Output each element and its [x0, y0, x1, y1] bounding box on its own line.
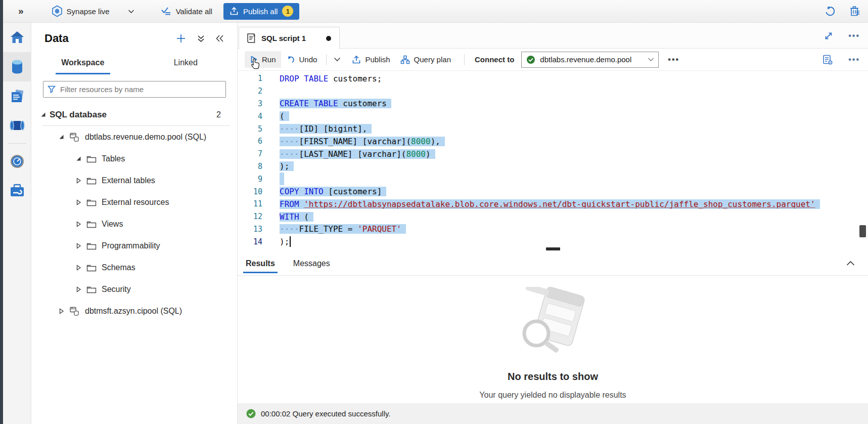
tree-item-views[interactable]: Views	[31, 213, 237, 235]
code-line-12[interactable]: 12WITH (	[238, 210, 868, 223]
code-line-8[interactable]: 8);	[238, 160, 868, 173]
tab-messages[interactable]: Messages	[292, 254, 331, 273]
tab-more-actions[interactable]: •••	[848, 31, 860, 40]
nav-develop[interactable]	[3, 81, 31, 111]
tree-item-label: SQL database	[50, 110, 107, 120]
script-settings-icon[interactable]	[822, 54, 833, 65]
code-line-6[interactable]: 6····[FIRST_NAME] [varchar](8000),	[238, 135, 868, 148]
window-edge	[0, 0, 3, 424]
tab-workspace[interactable]: Workspace	[31, 52, 134, 73]
publish-upload-icon	[352, 55, 361, 64]
synapse-live-icon	[52, 5, 63, 17]
nav-manage[interactable]	[3, 176, 31, 205]
code-line-5[interactable]: 5····[ID] [bigint],	[238, 122, 868, 135]
line-number: 5	[238, 124, 269, 134]
publish-all-button[interactable]: Publish all 1	[223, 3, 299, 20]
sql-code-editor[interactable]: 1DROP TABLE customers;23CREATE TABLE cus…	[238, 71, 868, 247]
validate-all-button[interactable]: Validate all	[161, 6, 212, 16]
validate-all-label: Validate all	[176, 7, 212, 16]
tab-results[interactable]: Results	[245, 254, 276, 273]
line-number: 11	[238, 199, 269, 208]
line-number: 13	[238, 225, 269, 234]
twisty-collapsed-icon[interactable]	[75, 221, 82, 227]
nav-monitor[interactable]	[3, 147, 31, 176]
code-line-9[interactable]: 9	[238, 173, 868, 185]
filter-resources-input[interactable]	[60, 85, 221, 94]
editor-more-actions[interactable]: •••	[848, 55, 860, 64]
tree-item-external-tables[interactable]: External tables	[31, 169, 237, 191]
no-results-illustration	[238, 287, 868, 363]
undo-button[interactable]: Undo	[281, 51, 323, 68]
folder-icon	[86, 155, 97, 163]
code-line-7[interactable]: 7····[LAST_NAME] [varchar](8000)	[238, 148, 868, 160]
twisty-collapsed-icon[interactable]	[75, 199, 82, 205]
connect-to-pool-select[interactable]: dbtlabs.revenue.demo.pool	[521, 52, 659, 68]
expand-editor-icon[interactable]	[824, 31, 833, 40]
query-plan-button[interactable]: Query plan	[395, 51, 456, 68]
double-chevron-down-icon[interactable]	[197, 35, 205, 43]
twisty-collapsed-icon[interactable]	[75, 243, 82, 249]
line-content: );	[280, 236, 291, 247]
chevron-down-icon	[128, 9, 134, 14]
line-content: DROP TABLE customers;	[280, 74, 382, 83]
tree-item-tables[interactable]: Tables	[31, 148, 237, 169]
publish-button[interactable]: Publish	[347, 51, 395, 68]
twisty-expanded-icon[interactable]	[75, 156, 82, 161]
code-line-3[interactable]: 3CREATE TABLE customers	[238, 98, 868, 110]
folder-icon	[86, 220, 97, 228]
sql-pool-icon	[69, 132, 80, 142]
tree-item-dbtmsft-azsyn-cipool-sql-[interactable]: dbtmsft.azsyn.cipool (SQL)	[31, 300, 237, 322]
tree-item-label: Tables	[102, 154, 125, 163]
editor-scrollbar-thumb[interactable]	[859, 225, 866, 237]
code-line-4[interactable]: 4(	[238, 110, 868, 122]
code-line-11[interactable]: 11FROM 'https://dbtlabsynapsedatalake.bl…	[238, 198, 868, 210]
tree-item-security[interactable]: Security	[31, 278, 237, 300]
connected-check-icon	[526, 55, 535, 64]
environment-switcher[interactable]: Synapse live	[52, 5, 134, 17]
undo-redo-dropdown[interactable]	[331, 53, 344, 66]
tab-linked[interactable]: Linked	[134, 52, 238, 73]
collapse-results-icon[interactable]	[846, 261, 855, 266]
code-line-1[interactable]: 1DROP TABLE customers;	[238, 72, 868, 85]
twisty-collapsed-icon[interactable]	[75, 265, 82, 271]
nav-home[interactable]	[3, 23, 31, 52]
folder-icon	[86, 155, 97, 163]
discard-all-icon[interactable]	[849, 5, 861, 17]
refresh-icon[interactable]	[824, 6, 836, 17]
selected-text: (	[280, 111, 289, 121]
tab-sql-script-1[interactable]: SQL script 1	[239, 27, 340, 49]
tree-item-sql-database[interactable]: SQL database2	[31, 104, 237, 125]
code-line-10[interactable]: 10COPY INTO [customers]	[238, 185, 868, 198]
splitter-handle[interactable]	[546, 247, 560, 250]
twisty-expanded-icon[interactable]	[58, 134, 65, 140]
selected-text: CREATE TABLE customers	[280, 99, 391, 108]
twisty-collapsed-icon[interactable]	[75, 178, 82, 184]
results-splitter[interactable]	[238, 247, 868, 251]
nav-integrate[interactable]	[3, 111, 31, 140]
develop-icon	[10, 89, 25, 104]
code-line-13[interactable]: 13····FILE_TYPE = 'PARQUET'	[238, 223, 868, 236]
tree-item-schemas[interactable]: Schemas	[31, 257, 237, 278]
code-line-2[interactable]: 2	[238, 85, 868, 98]
collapse-panel-icon[interactable]	[216, 35, 224, 42]
code-line-14[interactable]: 14);	[238, 235, 868, 247]
tree-item-dbtlabs-revenue-demo-pool-sql-[interactable]: dbtlabs.revenue.demo.pool (SQL)	[31, 126, 237, 148]
toolbar-more-actions[interactable]: •••	[668, 55, 679, 64]
connect-to-label: Connect to	[475, 55, 514, 64]
tree-item-external-resources[interactable]: External resources	[31, 191, 237, 213]
tree-item-programmability[interactable]: Programmability	[31, 235, 237, 257]
twisty-collapsed-icon[interactable]	[58, 308, 65, 314]
expand-sidebar-button[interactable]: »	[18, 6, 24, 17]
run-button[interactable]: Run	[245, 51, 281, 68]
folder-icon	[86, 177, 97, 185]
rail-separator	[8, 143, 26, 144]
folder-icon	[86, 242, 97, 250]
twisty-expanded-icon[interactable]	[39, 112, 47, 117]
line-number: 2	[238, 87, 269, 96]
selected-text: COPY INTO [customers]	[280, 187, 386, 196]
nav-data[interactable]	[3, 52, 31, 81]
twisty-collapsed-icon	[76, 199, 81, 205]
add-resource-icon[interactable]	[176, 33, 186, 44]
twisty-collapsed-icon[interactable]	[75, 286, 82, 292]
selected-text: FROM 'https://dbtlabsynapsedatalake.blob…	[280, 199, 820, 209]
